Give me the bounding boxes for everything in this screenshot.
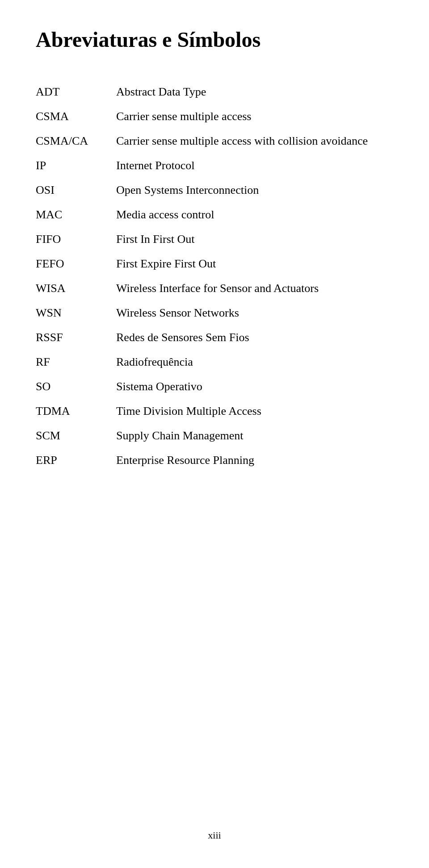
abbreviation-term: MAC xyxy=(36,202,116,227)
table-row: FIFOFirst In First Out xyxy=(36,227,393,251)
table-row: RSSFRedes de Sensores Sem Fios xyxy=(36,325,393,350)
abbreviation-definition: Supply Chain Management xyxy=(116,423,393,448)
abbreviation-term: FIFO xyxy=(36,227,116,251)
abbreviation-definition: First In First Out xyxy=(116,227,393,251)
table-row: SCMSupply Chain Management xyxy=(36,423,393,448)
table-row: RFRadiofrequência xyxy=(36,350,393,374)
abbreviation-term: WISA xyxy=(36,276,116,300)
abbreviation-term: SCM xyxy=(36,423,116,448)
abbreviation-term: ADT xyxy=(36,79,116,104)
table-row: WSNWireless Sensor Networks xyxy=(36,300,393,325)
abbreviation-term: OSI xyxy=(36,178,116,202)
abbreviation-term: CSMA xyxy=(36,104,116,129)
abbreviation-definition: Media access control xyxy=(116,202,393,227)
table-row: MACMedia access control xyxy=(36,202,393,227)
abbreviation-definition: Time Division Multiple Access xyxy=(116,399,393,423)
abbreviation-term: TDMA xyxy=(36,399,116,423)
abbreviation-term: RF xyxy=(36,350,116,374)
table-row: CSMACarrier sense multiple access xyxy=(36,104,393,129)
abbreviation-definition: Open Systems Interconnection xyxy=(116,178,393,202)
abbreviation-term: ERP xyxy=(36,448,116,472)
table-row: SOSistema Operativo xyxy=(36,374,393,399)
page-title: Abreviaturas e Símbolos xyxy=(36,27,393,53)
abbreviation-definition: Enterprise Resource Planning xyxy=(116,448,393,472)
abbreviation-definition: Internet Protocol xyxy=(116,153,393,178)
abbreviation-definition: Abstract Data Type xyxy=(116,79,393,104)
table-row: WISAWireless Interface for Sensor and Ac… xyxy=(36,276,393,300)
abbreviation-definition: Redes de Sensores Sem Fios xyxy=(116,325,393,350)
abbreviation-term: WSN xyxy=(36,300,116,325)
abbreviation-term: CSMA/CA xyxy=(36,129,116,153)
abbreviation-term: SO xyxy=(36,374,116,399)
abbreviations-table: ADTAbstract Data TypeCSMACarrier sense m… xyxy=(36,79,393,472)
table-row: ERPEnterprise Resource Planning xyxy=(36,448,393,472)
abbreviation-term: IP xyxy=(36,153,116,178)
abbreviation-definition: First Expire First Out xyxy=(116,251,393,276)
abbreviation-definition: Wireless Sensor Networks xyxy=(116,300,393,325)
table-row: TDMATime Division Multiple Access xyxy=(36,399,393,423)
abbreviation-term: RSSF xyxy=(36,325,116,350)
table-row: CSMA/CACarrier sense multiple access wit… xyxy=(36,129,393,153)
page-number: xiii xyxy=(208,830,221,841)
table-row: OSIOpen Systems Interconnection xyxy=(36,178,393,202)
abbreviation-definition: Wireless Interface for Sensor and Actuat… xyxy=(116,276,393,300)
abbreviation-definition: Carrier sense multiple access xyxy=(116,104,393,129)
abbreviation-definition: Carrier sense multiple access with colli… xyxy=(116,129,393,153)
page-container: Abreviaturas e Símbolos ADTAbstract Data… xyxy=(0,0,429,868)
abbreviation-definition: Sistema Operativo xyxy=(116,374,393,399)
abbreviation-term: FEFO xyxy=(36,251,116,276)
table-row: FEFOFirst Expire First Out xyxy=(36,251,393,276)
abbreviation-definition: Radiofrequência xyxy=(116,350,393,374)
table-row: ADTAbstract Data Type xyxy=(36,79,393,104)
table-row: IPInternet Protocol xyxy=(36,153,393,178)
